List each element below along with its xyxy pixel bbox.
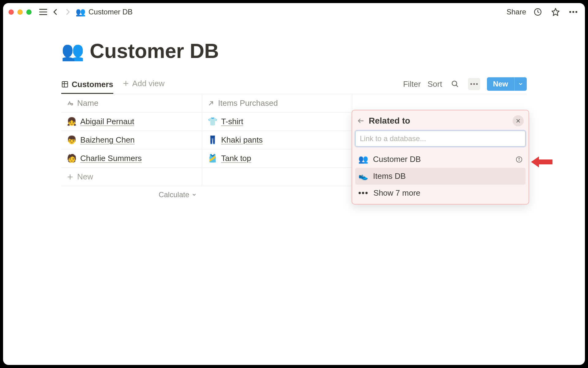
row-item[interactable]: Tank top xyxy=(221,154,251,163)
popover-title: Related to xyxy=(369,116,410,126)
svg-line-20 xyxy=(209,102,213,105)
new-button-main[interactable]: New xyxy=(487,77,514,91)
updates-icon[interactable] xyxy=(532,6,544,18)
svg-rect-8 xyxy=(62,82,68,87)
view-controls: Filter Sort New xyxy=(403,77,527,94)
calculate-label: Calculate xyxy=(159,190,189,199)
breadcrumb[interactable]: 👥 Customer DB xyxy=(76,7,133,17)
row-item-icon: 👖 xyxy=(208,135,217,145)
search-icon[interactable] xyxy=(449,78,461,90)
ellipsis-icon: ••• xyxy=(358,188,368,198)
row-avatar-icon: 🧑 xyxy=(67,154,77,163)
relation-option-label: Customer DB xyxy=(373,155,421,164)
column-header-items-label: Items Purchased xyxy=(218,98,278,108)
svg-marker-29 xyxy=(531,156,552,167)
views-bar: Customers Add view Filter Sort New xyxy=(61,77,527,94)
row-name[interactable]: Charlie Summers xyxy=(80,154,142,163)
filter-button[interactable]: Filter xyxy=(403,79,421,89)
page-title: 👥 Customer DB xyxy=(61,39,527,63)
row-item-icon: 🎽 xyxy=(208,154,217,163)
view-tab-label: Customers xyxy=(72,80,113,89)
info-icon[interactable] xyxy=(516,156,522,163)
add-view-label: Add view xyxy=(132,79,165,88)
view-options-icon[interactable] xyxy=(468,78,480,90)
view-tab-customers[interactable]: Customers xyxy=(61,78,113,94)
column-header-name-label: Name xyxy=(77,98,98,108)
relation-option-label: Items DB xyxy=(373,171,406,181)
row-avatar-icon: 👦 xyxy=(67,135,77,145)
relation-show-more[interactable]: ••• Show 7 more xyxy=(355,185,526,201)
row-item[interactable]: Khaki pants xyxy=(221,135,263,145)
sort-button[interactable]: Sort xyxy=(428,79,442,89)
zoom-window-button[interactable] xyxy=(26,10,32,15)
forward-button[interactable] xyxy=(62,6,74,18)
column-header-items[interactable]: Items Purchased xyxy=(202,94,352,112)
svg-point-6 xyxy=(572,11,574,13)
relation-option-icon: 👥 xyxy=(358,155,368,164)
add-view-button[interactable]: Add view xyxy=(123,79,165,93)
column-header-name[interactable]: Name xyxy=(61,94,202,112)
svg-point-15 xyxy=(470,83,472,85)
svg-marker-4 xyxy=(552,8,559,15)
more-icon[interactable] xyxy=(567,6,579,18)
relation-option-customer-db[interactable]: 👥 Customer DB xyxy=(355,151,526,168)
row-avatar-icon: 👧 xyxy=(67,117,77,126)
row-name[interactable]: Abigail Pernaut xyxy=(80,117,134,126)
window-controls xyxy=(9,10,32,15)
relation-show-more-label: Show 7 more xyxy=(373,188,420,198)
svg-line-14 xyxy=(456,85,458,86)
svg-point-5 xyxy=(569,11,571,13)
popover-back-icon[interactable] xyxy=(357,117,364,125)
relation-option-icon: 👟 xyxy=(358,171,368,181)
app-window: 👥 Customer DB Share 👥 Customer DB xyxy=(3,3,585,365)
page-icon[interactable]: 👥 xyxy=(61,40,84,62)
relation-option-items-db[interactable]: 👟 Items DB xyxy=(355,168,526,185)
breadcrumb-icon: 👥 xyxy=(76,7,85,17)
row-item-icon: 👕 xyxy=(208,117,217,126)
new-row-label: New xyxy=(77,172,93,182)
back-button[interactable] xyxy=(49,6,62,18)
popover-header: Related to xyxy=(355,113,526,131)
relation-options: 👥 Customer DB 👟 Items DB ••• Show 7 more xyxy=(355,151,526,201)
page-title-text[interactable]: Customer DB xyxy=(90,39,219,63)
topbar-actions: Share xyxy=(507,6,579,18)
share-button[interactable]: Share xyxy=(507,8,526,16)
annotation-arrow-icon xyxy=(531,155,552,169)
breadcrumb-title: Customer DB xyxy=(89,8,133,16)
svg-point-7 xyxy=(575,11,577,13)
svg-point-28 xyxy=(519,158,519,158)
new-button: New xyxy=(487,77,527,91)
close-window-button[interactable] xyxy=(9,10,14,15)
calculate-button[interactable]: Calculate xyxy=(61,186,202,203)
relation-popover: Related to 👥 Customer DB 👟 Items DB ••• … xyxy=(352,110,529,205)
row-name[interactable]: Baizheng Chen xyxy=(80,135,135,145)
topbar: 👥 Customer DB Share xyxy=(3,3,585,21)
row-item[interactable]: T-shirt xyxy=(221,117,243,126)
sidebar-toggle-icon[interactable] xyxy=(37,6,49,18)
new-button-dropdown[interactable] xyxy=(514,77,527,91)
minimize-window-button[interactable] xyxy=(17,10,23,15)
relation-search-input[interactable] xyxy=(355,131,526,147)
popover-close-icon[interactable] xyxy=(513,115,524,126)
svg-point-17 xyxy=(476,83,478,85)
svg-point-16 xyxy=(473,83,475,85)
favorite-icon[interactable] xyxy=(549,6,562,18)
